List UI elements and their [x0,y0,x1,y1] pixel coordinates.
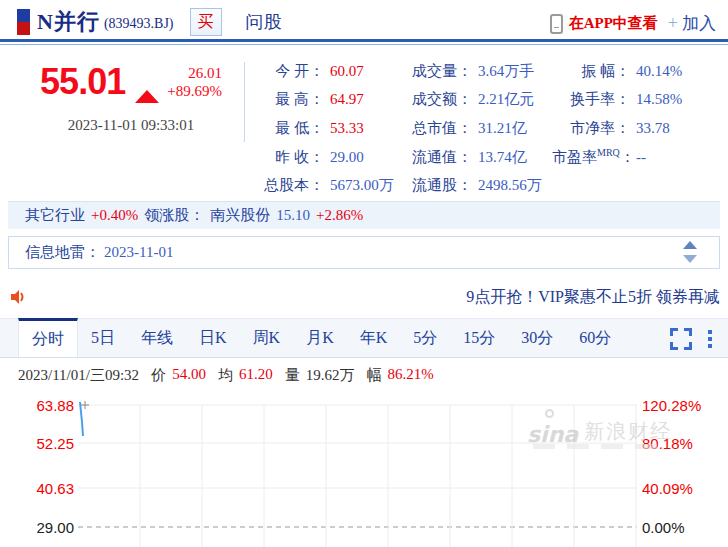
leader-stock-link[interactable]: 南兴股份 [210,206,270,225]
quote-value: 13.74亿 [478,148,527,167]
header: N并行 (839493.BJ) 买 问股 在APP中查看 + 加入 [0,0,728,40]
right-tick-3: 40.09% [642,480,693,497]
quote-panel: 55.01 26.01 +89.69% 2023-11-01 09:33:01 … [0,55,728,200]
join-watchlist-link[interactable]: 加入 [682,12,716,35]
speaker-icon [8,287,28,311]
right-tick-1: 120.28% [642,397,701,414]
site-logo-icon [17,9,30,35]
tab-minute[interactable]: 分时 [18,318,78,357]
stock-quote-page: N并行 (839493.BJ) 买 问股 在APP中查看 + 加入 55.01 … [0,0,728,547]
info-mine-date[interactable]: 2023-11-01 [104,244,173,261]
left-tick-2: 52.25 [0,435,74,452]
watermark-cn-text: 新浪财经 [584,418,672,445]
tab-yearline[interactable]: 年线 [128,320,186,357]
price-line [80,402,83,436]
promo-row: 9点开抢！VIP聚惠不止5折 领券再减 [0,284,728,312]
quote-row: 流通股：2498.56万 [400,171,548,200]
quote-label: 流通股： [400,176,472,195]
quote-label: 成交量： [400,62,472,81]
tab-15min[interactable]: 15分 [450,320,508,357]
tab-30min[interactable]: 30分 [508,320,566,357]
industry-change: +0.40% [91,207,138,224]
tab-daily-k[interactable]: 日K [186,320,240,357]
industry-name[interactable]: 其它行业 [25,206,85,225]
quote-label: 流通值： [400,148,472,167]
quote-label: 昨 收： [252,148,324,167]
quote-label: 换手率： [552,90,630,109]
buy-button[interactable]: 买 [190,8,222,36]
quote-value: 53.33 [330,120,364,137]
quote-row: 成交额：2.21亿元 [400,86,548,115]
tab-yearly-k[interactable]: 年K [347,320,401,357]
quote-label: 总市值： [400,119,472,138]
scroll-down-icon[interactable] [683,255,697,263]
quote-value: 40.14% [636,63,682,80]
quote-column-3: 振 幅：40.14% 换手率：14.58% 市净率：33.78 市盈率MRQ： … [552,57,722,171]
quote-value: 64.97 [330,91,364,108]
chart-canvas [0,390,728,547]
avg-label: 均 [218,366,233,385]
fullscreen-icon[interactable] [670,328,692,350]
last-price: 55.01 [40,61,125,103]
tab-weekly-k[interactable]: 周K [240,320,294,357]
quote-row: 流通值：13.74亿 [400,143,548,172]
view-in-app-link[interactable]: 在APP中查看 [569,14,658,33]
phone-icon [550,14,563,34]
left-tick-1: 63.88 [0,397,74,414]
tab-60min[interactable]: 60分 [566,320,624,357]
chart-vol: 19.62万 [306,366,355,385]
price-change-pct: +89.69% [167,82,222,100]
quote-value: -- [636,149,646,166]
quote-timestamp: 2023-11-01 09:33:01 [22,117,240,134]
chart-avg: 61.20 [239,366,273,385]
quote-value: 29.00 [330,149,364,166]
quote-row: 换手率：14.58% [552,86,722,115]
quote-row: 昨 收：29.00 [252,143,398,172]
promo-link[interactable]: 9点开抢！VIP聚惠不止5折 领券再减 [466,287,720,308]
quote-column-1: 今 开：60.07 最 高：64.97 最 低：53.33 昨 收：29.00 … [252,57,398,200]
plus-icon: + [668,13,678,34]
tab-monthly-k[interactable]: 月K [293,320,347,357]
quote-row: 成交量：3.64万手 [400,57,548,86]
header-divider [0,39,728,42]
watermark-subtext [533,444,669,449]
scroll-up-icon[interactable] [683,241,697,249]
price-block: 55.01 26.01 +89.69% 2023-11-01 09:33:01 [22,61,240,134]
chart-tab-bar: 分时 5日 年线 日K 周K 月K 年K 5分 15分 30分 60分 [0,318,728,358]
quote-row: 最 高：64.97 [252,86,398,115]
column-divider [244,62,245,142]
quote-value: 60.07 [330,63,364,80]
header-divider-thin [0,44,728,45]
left-tick-3: 40.63 [0,480,74,497]
chart-amp: 86.21% [387,366,433,385]
quote-label: 振 幅： [552,62,630,81]
tab-5day[interactable]: 5日 [78,320,128,357]
quote-label: 市盈率MRQ： [552,147,630,167]
info-mine-bar: 信息地雷： 2023-11-01 [8,236,720,269]
left-tick-4: 29.00 [0,519,74,536]
quote-label: 市净率： [552,119,630,138]
leader-price: 15.10 [276,207,310,224]
ask-stock-link[interactable]: 问股 [246,10,282,34]
amp-label: 幅 [366,366,381,385]
tab-5min[interactable]: 5分 [400,320,450,357]
up-arrow-icon [135,73,159,91]
quote-value: 2.21亿元 [478,90,534,109]
quote-row: 总股本：5673.00万 [252,171,398,200]
quote-row: 今 开：60.07 [252,57,398,86]
info-mine-label: 信息地雷： [25,243,100,262]
vol-label: 量 [285,366,300,385]
more-options-icon[interactable] [708,329,712,350]
quote-value: 33.78 [636,120,670,137]
stock-name: N并行 [37,7,100,37]
right-tick-4: 0.00% [642,519,685,536]
quote-row: 最 低：53.33 [252,114,398,143]
sina-flame-icon [545,409,554,418]
intraday-chart[interactable]: 63.88 52.25 40.63 29.00 120.28% 80.18% 4… [0,390,728,547]
quote-value: 2498.56万 [478,176,542,195]
sina-watermark: sina 新浪财经 [527,418,672,445]
quote-label: 最 低： [252,119,324,138]
leader-label: 领涨股： [144,206,204,225]
price-change: 26.01 [188,64,222,82]
chart-datetime: 2023/11/01/三09:32 [18,366,139,385]
